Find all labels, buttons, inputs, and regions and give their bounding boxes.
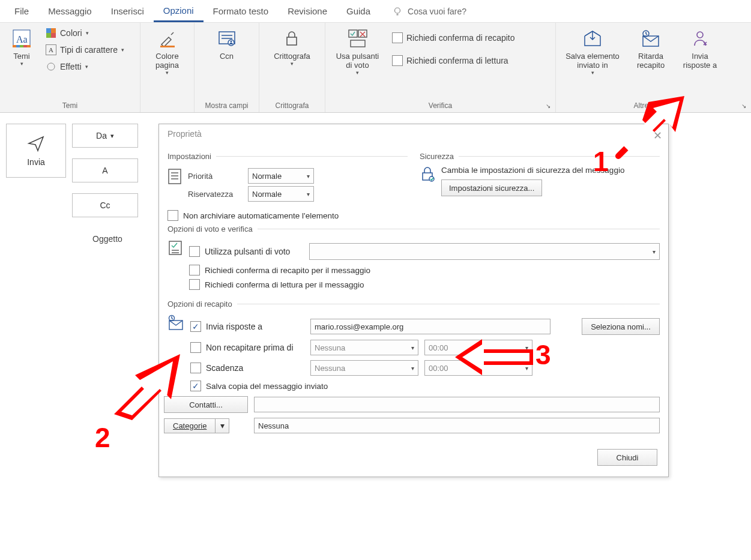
contatti-input[interactable] [254,397,660,412]
voto-options-dropdown[interactable]: ▾ [309,243,660,260]
svg-point-17 [230,41,232,43]
svg-rect-10 [51,33,56,38]
group-launcher-verifica[interactable]: ↘ [546,103,554,111]
cc-button[interactable]: Cc [72,193,138,217]
effetti-button[interactable]: Effetti▾ [43,60,127,73]
crittografa-button[interactable]: Crittografa▾ [269,25,315,69]
non-recapitare-date-dropdown[interactable]: Nessuna▾ [310,340,418,355]
priorita-dropdown[interactable]: Normale▾ [248,168,314,184]
page-color-icon [157,28,178,49]
send-icon [27,134,45,152]
section-sicurezza: Sicurezza [420,152,454,161]
tab-opzioni[interactable]: Opzioni [154,1,204,22]
svg-rect-20 [358,30,367,37]
svg-rect-7 [46,28,51,33]
voting-section-icon [167,238,183,294]
svg-point-0 [395,8,400,13]
invia-risposte-checkbox[interactable] [190,321,201,332]
svg-rect-6 [23,45,27,47]
contatti-button[interactable]: Contatti... [164,396,248,413]
temi-button[interactable]: Aa Temi▾ [4,25,40,69]
svg-rect-9 [46,33,51,38]
colors-icon [46,28,56,38]
tab-file[interactable]: File [5,1,38,21]
dialog-close-button[interactable]: ✕ [653,129,662,142]
tab-inserisci[interactable]: Inserisci [101,1,154,21]
bcc-icon [216,28,238,49]
section-recapito: Opzioni di recapito [167,300,232,309]
voto-label: Utilizza pulsanti di voto [205,247,290,256]
group-label-mostra-campi: Mostra campi [198,100,255,111]
ribbon-body: Aa Temi▾ Colori▾ A Tipi di carattere▾ [0,23,751,113]
scadenza-time-dropdown[interactable]: 00:00▾ [424,360,532,376]
chiudi-button[interactable]: Chiudi [597,449,657,466]
group-label-altre: Altre opzioni [559,100,747,111]
invia-risposte-input[interactable]: mario.rossi@example.org [310,319,550,334]
voto-button[interactable]: Usa pulsanti di voto▾ [329,25,386,78]
conferma-recapito-msg-checkbox[interactable] [189,265,200,275]
riservatezza-dropdown[interactable]: Normale▾ [248,186,314,202]
invia-risposte-button[interactable]: Invia risposte a [676,25,724,72]
dialog-title-bar: Proprietà ✕ [159,124,668,143]
scadenza-checkbox[interactable] [190,363,201,373]
subject-label: Oggetto [72,228,138,244]
categorie-button[interactable]: Categorie ▾ [164,418,248,433]
group-launcher-altre[interactable]: ↘ [741,103,750,111]
voto-checkbox[interactable] [189,246,200,257]
salva-copia-checkbox[interactable] [190,381,201,391]
from-button[interactable]: Da ▾ [72,124,138,148]
tell-me-search[interactable]: Cosa vuoi fare? [392,6,466,17]
encrypt-icon [281,28,303,49]
conferma-recapito-msg-label: Richiedi conferma di recapito per il mes… [205,266,370,275]
to-button[interactable]: A [72,158,138,182]
conferma-lettura-checkbox[interactable]: Richiedi conferma di lettura [390,54,517,67]
salva-elemento-button[interactable]: Salva elemento inviato in▾ [559,25,626,78]
group-label-temi: Temi [4,100,136,111]
tell-me-placeholder: Cosa vuoi fare? [408,7,466,16]
voting-icon [347,28,369,49]
invia-risposte-label: Invia risposte a [206,322,262,331]
svg-point-24 [697,32,703,38]
tab-guida[interactable]: Guida [337,1,380,21]
send-label: Invia [27,157,45,167]
send-button[interactable]: Invia [6,124,66,178]
tab-formato-testo[interactable]: Formato testo [204,1,279,21]
tab-messaggio[interactable]: Messaggio [38,1,101,21]
section-impostazioni: Impostazioni [167,152,211,161]
properties-dialog: Proprietà ✕ Impostazioni Priorità Normal… [158,124,669,477]
colori-button[interactable]: Colori▾ [43,26,127,40]
categorie-input[interactable]: Nessuna [254,418,660,433]
group-label-colore-pagina [144,100,190,111]
svg-rect-4 [16,45,20,47]
non-recapitare-time-dropdown[interactable]: 00:00▾ [424,340,532,355]
svg-rect-19 [349,30,357,37]
ccn-button[interactable]: Ccn [209,25,245,63]
group-label-verifica: Verifica [329,100,552,111]
non-recapitare-label: Non recapitare prima di [206,343,294,352]
checkbox-icon [392,32,403,43]
scadenza-label: Scadenza [206,363,243,373]
non-archiviare-checkbox[interactable] [167,210,178,221]
salva-copia-label: Salva copia del messaggio inviato [206,382,328,391]
dialog-title: Proprietà [167,129,202,139]
svg-rect-21 [351,40,365,47]
tipi-carattere-button[interactable]: A Tipi di carattere▾ [43,43,127,56]
security-text: Cambia le impostazioni di sicurezza del … [441,166,660,175]
conferma-recapito-checkbox[interactable]: Richiedi conferma di recapito [390,31,517,44]
seleziona-nomi-button[interactable]: Seleziona nomi... [582,318,660,335]
svg-point-11 [47,63,55,70]
colore-pagina-button[interactable]: Colore pagina▾ [144,25,190,78]
checkbox-icon [392,55,403,66]
save-sent-icon [582,28,603,49]
svg-rect-5 [20,45,23,47]
ritarda-recapito-button[interactable]: Ritarda recapito [629,25,672,72]
fonts-icon: A [46,44,56,55]
security-settings-button[interactable]: Impostazioni sicurezza... [441,179,542,196]
non-recapitare-checkbox[interactable] [190,342,201,353]
conferma-lettura-msg-checkbox[interactable] [189,279,200,290]
effects-icon [46,61,56,72]
chevron-down-icon: ▾ [110,132,114,140]
scadenza-date-dropdown[interactable]: Nessuna▾ [310,360,418,376]
tab-revisione[interactable]: Revisione [278,1,337,21]
lightbulb-icon [392,6,403,17]
